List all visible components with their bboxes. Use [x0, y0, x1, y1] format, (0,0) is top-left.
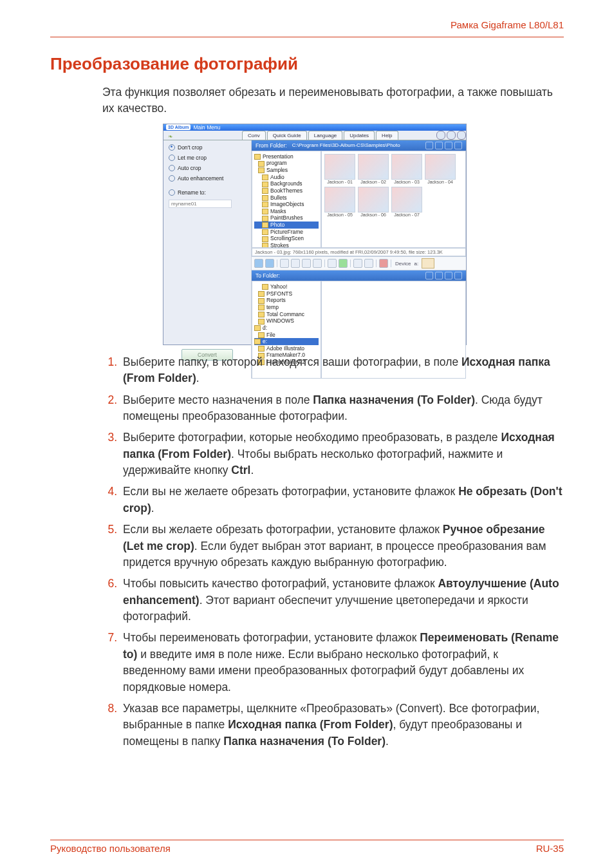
radio-auto-crop[interactable]	[169, 165, 175, 171]
delete-icon[interactable]	[379, 259, 388, 268]
radio-auto-enh[interactable]	[169, 175, 175, 182]
rename-label: Rename to:	[178, 189, 206, 196]
to-folder-label: To Folder:	[256, 272, 280, 279]
step-7: Чтобы переименовать фотографии, установи…	[120, 630, 564, 695]
device-icon[interactable]	[422, 258, 434, 269]
from-tree-selected: Photo	[254, 222, 319, 229]
app-screenshot: 3D Album Main Menu ❧ Conv Quick Guide La…	[163, 124, 467, 345]
nav-back-icon[interactable]	[254, 259, 263, 268]
intro-paragraph: Эта функция позволяет обрезать и переиме…	[102, 84, 564, 117]
leaf-icon: ❧	[168, 133, 173, 140]
settings-icon[interactable]	[454, 272, 462, 279]
from-folder-bar: From Folder: C:\Program Files\3D-Album-C…	[252, 140, 466, 151]
refresh-icon[interactable]	[445, 142, 452, 149]
step-4: Если вы не желаете обрезать фотографии, …	[120, 484, 564, 516]
radio-rename[interactable]	[169, 189, 175, 196]
auto-crop-label: Auto crop	[178, 165, 201, 171]
close-icon[interactable]	[457, 131, 466, 140]
step-3: Выберите фотографии, которые необходимо …	[120, 429, 564, 478]
tab-updates[interactable]: Updates	[344, 131, 375, 140]
main-menu-label[interactable]: Main Menu	[193, 124, 220, 131]
device-label: Device	[395, 261, 411, 267]
radio-let-me-crop[interactable]	[169, 155, 175, 161]
rotate-icon[interactable]	[328, 259, 337, 268]
app-titlebar: 3D Album Main Menu	[163, 124, 466, 131]
to-folder-bar: To Folder:	[252, 270, 466, 281]
step-5: Если вы желаете обрезать фотографии, уст…	[120, 522, 564, 571]
toolbar: Device a:	[252, 256, 466, 270]
tab-quick-guide[interactable]: Quick Guide	[267, 131, 307, 140]
let-me-crop-label: Let me crop	[178, 155, 207, 161]
drive-label: a:	[414, 261, 418, 267]
settings-icon[interactable]	[454, 142, 462, 149]
from-tree[interactable]: Presentation program Samples Audio Backg…	[252, 151, 321, 248]
header-divider	[50, 37, 564, 37]
app-logo: 3D Album	[166, 124, 191, 130]
nav-fwd-icon[interactable]	[265, 259, 274, 268]
steps-list: Выберите папку, в которой находятся ваши…	[102, 354, 564, 750]
footer-page-number: RU-35	[536, 843, 564, 854]
refresh-icon[interactable]	[445, 272, 452, 279]
search-icon[interactable]	[425, 272, 433, 279]
footer-divider	[50, 840, 564, 840]
copy-icon[interactable]	[280, 259, 289, 268]
restore-icon[interactable]	[447, 131, 456, 140]
undo-icon[interactable]	[353, 259, 362, 268]
selectall-icon[interactable]	[302, 259, 311, 268]
redo-icon[interactable]	[364, 259, 373, 268]
step-8: Указав все параметры, щелкните «Преобраз…	[120, 701, 564, 750]
from-folder-label: From Folder:	[256, 142, 287, 149]
thumbnail-grid[interactable]: Jackson - 01 Jackson - 02 Jackson - 03 J…	[321, 151, 466, 248]
page-header-product: Рамка Gigaframe L80/L81	[50, 19, 564, 30]
accept-icon[interactable]	[339, 259, 348, 268]
step-6: Чтобы повысить качество фотографий, уста…	[120, 576, 564, 625]
tab-conv[interactable]: Conv	[242, 131, 266, 140]
thumb-img	[324, 154, 355, 180]
radio-dont-crop[interactable]	[169, 144, 175, 151]
search-icon[interactable]	[425, 142, 433, 149]
rename-icon[interactable]	[313, 259, 322, 268]
step-2: Выберите место назначения в поле Папка н…	[120, 392, 564, 425]
view-icon[interactable]	[435, 142, 443, 149]
dont-crop-label: Don't crop	[178, 144, 202, 151]
rename-input[interactable]	[169, 200, 232, 208]
min-icon[interactable]	[436, 131, 445, 140]
from-folder-path: C:\Program Files\3D-Album-CS\Samples\Pho…	[292, 142, 425, 148]
auto-enh-label: Auto enhancement	[178, 175, 223, 182]
to-tree-selected: e:	[254, 338, 319, 345]
options-pane: Don't crop Let me crop Auto crop Auto en…	[163, 140, 252, 379]
section-title: Преобразование фотографий	[50, 54, 564, 74]
footer-left: Руководство пользователя	[50, 843, 171, 854]
paste-icon[interactable]	[291, 259, 300, 268]
tab-help[interactable]: Help	[376, 131, 398, 140]
tab-language[interactable]: Language	[308, 131, 343, 140]
tabbar: ❧ Conv Quick Guide Language Updates Help	[163, 131, 466, 140]
view-icon[interactable]	[435, 272, 443, 279]
status-bar: Jackson - 03.jpg: 768x1160 pixels, modif…	[252, 248, 466, 256]
